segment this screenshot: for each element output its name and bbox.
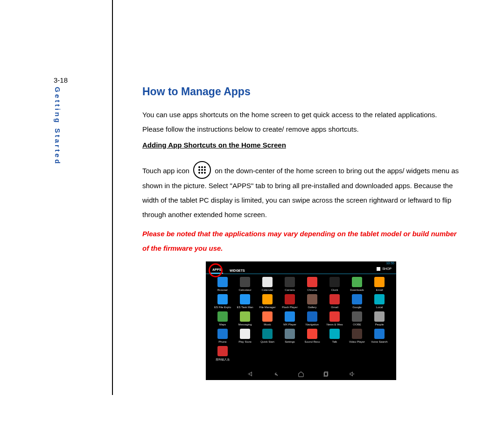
app-label: OOBE (347, 323, 367, 326)
app-cell[interactable]: Gallery (302, 294, 322, 309)
app-label: Downloads (347, 289, 367, 291)
app-cell[interactable]: Calculator (235, 277, 255, 291)
app-label: Video Player (347, 340, 367, 343)
app-cell[interactable]: Flash Player (280, 294, 300, 309)
app-label: Phone (212, 340, 233, 343)
app-cell[interactable]: Browser (212, 277, 233, 291)
app-cell[interactable]: Music (257, 311, 278, 326)
app-icon (285, 329, 295, 339)
app-icon (307, 329, 317, 339)
app-cell[interactable]: MX Player (280, 311, 300, 326)
app-icon (217, 329, 228, 339)
app-label: Camera (280, 289, 300, 291)
document-page: 3-18 Getting Started How to Manage Apps … (0, 0, 504, 423)
app-label: MX Player (280, 323, 300, 326)
app-cell[interactable]: Sound Reco (302, 329, 322, 343)
app-label: People (369, 323, 390, 326)
app-icon (285, 294, 295, 304)
content-area: How to Manage Apps You can use apps shor… (142, 85, 460, 380)
volume-down-icon[interactable] (247, 371, 254, 377)
app-icon (307, 311, 317, 322)
shop-link[interactable]: SHOP (377, 267, 392, 271)
app-drawer-icon (193, 161, 211, 179)
app-cell[interactable]: Quick Start (257, 329, 278, 343)
app-label: Quick Start (257, 340, 278, 343)
app-label: Sound Reco (302, 340, 322, 343)
app-cell[interactable]: People (369, 311, 390, 326)
app-label: Gmail (324, 306, 345, 309)
app-label: Navigation (302, 323, 322, 326)
app-cell[interactable]: Chrome (302, 277, 322, 291)
back-icon[interactable] (273, 371, 279, 377)
app-label: Flash Player (280, 306, 300, 309)
app-cell[interactable]: 搜狗输入法 (212, 346, 233, 362)
app-cell[interactable]: Phone (212, 329, 233, 343)
app-icon (329, 294, 340, 304)
app-cell[interactable]: Navigation (302, 311, 322, 326)
recent-apps-icon[interactable] (323, 371, 329, 377)
app-icon (262, 311, 273, 322)
subheading: Adding App Shortcuts on the Home Screen (142, 141, 460, 149)
app-icon (374, 311, 385, 322)
app-cell[interactable]: ES Task Man (235, 294, 255, 309)
app-label: Browser (212, 289, 233, 291)
app-cell[interactable]: File Manager (257, 294, 278, 309)
app-icon (262, 277, 273, 287)
app-icon (307, 294, 317, 304)
volume-up-icon[interactable] (348, 371, 355, 377)
app-cell[interactable]: Calendar (257, 277, 278, 291)
app-icon (285, 311, 295, 322)
app-cell[interactable]: Local (369, 294, 390, 309)
app-label: Google (347, 306, 367, 309)
app-icon (374, 277, 385, 287)
section-title: Getting Started (54, 87, 62, 165)
app-icon (217, 346, 228, 356)
app-icon (352, 277, 362, 287)
app-label: Email (369, 289, 390, 291)
app-cell[interactable]: Video Player (347, 329, 367, 343)
tab-bar: APPS WIDGETS (206, 266, 396, 274)
app-cell[interactable]: News & Wea (324, 311, 345, 326)
app-icon (285, 277, 295, 287)
app-icon (217, 311, 228, 322)
heading-title: How to Manage Apps (142, 85, 460, 98)
app-cell[interactable]: Maps (212, 311, 233, 326)
app-cell[interactable]: ES File Explo (212, 294, 233, 309)
app-cell[interactable]: Talk (324, 329, 345, 343)
app-label: Calendar (257, 289, 278, 291)
app-icon (262, 294, 273, 304)
app-label: News & Wea (324, 323, 345, 326)
warning-note: Please be noted that the applications ma… (142, 226, 460, 255)
app-icon (240, 329, 250, 339)
app-icon (217, 294, 228, 304)
nav-bar (206, 368, 396, 380)
app-cell[interactable]: Email (369, 277, 390, 291)
app-icon (240, 294, 250, 304)
app-icon (374, 294, 385, 304)
app-label: ES Task Man (235, 306, 255, 309)
app-icon (329, 311, 340, 322)
app-cell[interactable]: Voice Search (369, 329, 390, 343)
app-cell[interactable]: OOBE (347, 311, 367, 326)
app-cell[interactable]: Messaging (235, 311, 255, 326)
app-label: Clock (324, 289, 345, 291)
app-cell[interactable]: Gmail (324, 294, 345, 309)
text-before-icon: Touch app icon (142, 167, 191, 175)
app-label: Settings (280, 340, 300, 343)
app-cell[interactable]: Downloads (347, 277, 367, 291)
app-cell[interactable]: Camera (280, 277, 300, 291)
app-label: Play Store (235, 340, 255, 343)
app-icon (352, 329, 362, 339)
app-cell[interactable]: Settings (280, 329, 300, 343)
app-label: ES File Explo (212, 306, 233, 309)
tab-widgets[interactable]: WIDGETS (228, 269, 247, 274)
app-cell[interactable]: Google (347, 294, 367, 309)
app-label: Local (369, 306, 390, 309)
tablet-screenshot: 10:55 APPS WIDGETS SHOP BrowserCalculato… (206, 261, 396, 380)
app-label: Calculator (235, 289, 255, 291)
app-label: Talk (324, 340, 345, 343)
home-icon[interactable] (298, 371, 304, 377)
app-cell[interactable]: Play Store (235, 329, 255, 343)
app-icon (329, 277, 340, 287)
app-cell[interactable]: Clock (324, 277, 345, 291)
